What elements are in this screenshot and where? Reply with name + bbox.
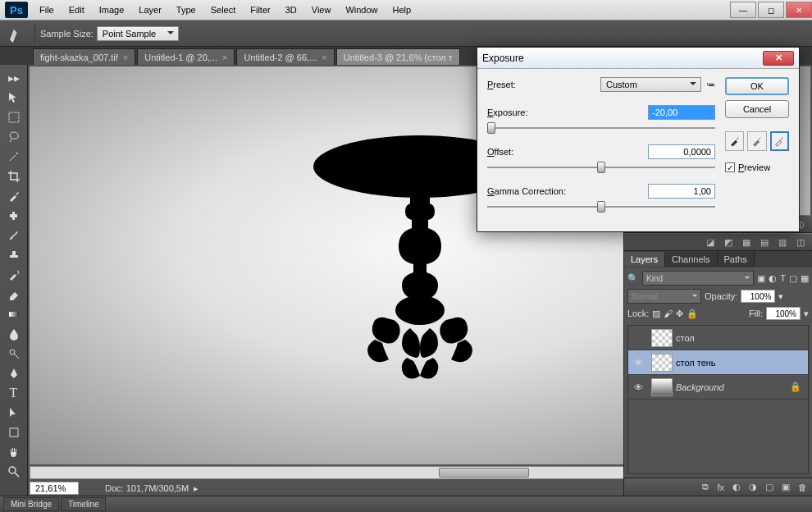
marquee-tool[interactable]: [4, 108, 24, 126]
filter-image-icon[interactable]: ▣: [757, 273, 765, 284]
lock-move-icon[interactable]: ✥: [676, 309, 683, 319]
preview-checkbox[interactable]: ✓ Preview: [725, 162, 789, 172]
menu-image[interactable]: Image: [93, 2, 131, 17]
dodge-tool[interactable]: [4, 345, 24, 363]
filter-smart-icon[interactable]: ▦: [801, 273, 809, 284]
adj-icon-c[interactable]: ▦: [740, 235, 753, 249]
visibility-toggle[interactable]: 👁: [628, 382, 648, 392]
sample-size-dropdown[interactable]: Point Sample: [97, 26, 179, 41]
search-icon[interactable]: 🔍: [627, 273, 639, 284]
ok-button[interactable]: OK: [725, 77, 789, 95]
filter-adj-icon[interactable]: ◐: [769, 273, 777, 284]
shape-tool[interactable]: [4, 423, 24, 441]
gamma-input[interactable]: [648, 184, 715, 199]
close-tab-icon[interactable]: ×: [222, 53, 227, 62]
layer-thumb[interactable]: [651, 378, 673, 396]
close-button[interactable]: ✕: [786, 2, 812, 18]
collapse-icon[interactable]: ▸▸: [4, 69, 24, 87]
brush-tool[interactable]: [4, 226, 24, 245]
kind-filter[interactable]: Kind: [642, 271, 754, 286]
lock-all-icon[interactable]: 🔒: [687, 309, 698, 319]
current-tool-icon[interactable]: [7, 24, 26, 43]
type-tool[interactable]: T: [4, 384, 24, 402]
menu-layer[interactable]: Layer: [132, 2, 168, 17]
menu-window[interactable]: Window: [339, 2, 384, 17]
hand-tool[interactable]: [4, 443, 24, 461]
trash-icon[interactable]: 🗑: [798, 482, 807, 492]
wand-tool[interactable]: [4, 148, 24, 166]
adjlayer-icon[interactable]: ◑: [749, 482, 757, 492]
dialog-close-button[interactable]: ✕: [763, 51, 794, 66]
heal-tool[interactable]: [4, 207, 24, 225]
black-eyedropper[interactable]: [725, 131, 744, 151]
layer-row[interactable]: стол: [628, 326, 808, 350]
layer-row[interactable]: 👁 Background 🔒: [628, 375, 808, 400]
menu-view[interactable]: View: [305, 2, 338, 17]
cancel-button[interactable]: Cancel: [725, 100, 789, 118]
doc-tab-0[interactable]: fight-skazka_007.tif×: [33, 48, 135, 65]
close-tab-icon[interactable]: ×: [322, 53, 326, 62]
close-tab-icon[interactable]: ×: [123, 53, 128, 62]
menu-file[interactable]: File: [33, 2, 61, 17]
mask-icon[interactable]: ◐: [732, 482, 741, 492]
offset-slider[interactable]: [487, 161, 715, 176]
doc-tab-1[interactable]: Untitled-1 @ 20,...×: [137, 48, 235, 65]
adj-icon-e[interactable]: ▥: [776, 235, 789, 249]
move-tool[interactable]: [4, 89, 24, 107]
menu-select[interactable]: Select: [204, 2, 243, 17]
panel-tab-channels[interactable]: Channels: [665, 252, 717, 267]
filter-type-icon[interactable]: T: [780, 273, 786, 283]
adj-icon-a[interactable]: ◪: [704, 235, 717, 249]
visibility-toggle[interactable]: 👁: [628, 358, 648, 368]
zoom-field[interactable]: 21,61%: [30, 482, 79, 495]
adj-icon-f[interactable]: ◫: [794, 235, 807, 249]
eraser-tool[interactable]: [4, 286, 24, 304]
menu-filter[interactable]: Filter: [244, 2, 276, 17]
preset-menu-icon[interactable]: ≔: [706, 80, 715, 90]
history-brush-tool[interactable]: [4, 266, 24, 284]
preset-dropdown[interactable]: Custom: [600, 77, 701, 92]
minimize-button[interactable]: —: [730, 2, 756, 18]
adj-icon-b[interactable]: ◩: [722, 235, 735, 249]
eyedropper-tool[interactable]: [4, 187, 24, 205]
fx-icon[interactable]: fx: [717, 482, 724, 492]
white-eyedropper[interactable]: [770, 131, 789, 151]
newlayer-icon[interactable]: ▣: [782, 482, 790, 492]
filter-shape-icon[interactable]: ▢: [789, 273, 797, 284]
doc-tab-3[interactable]: Untitled-3 @ 21,6% (стол т: [336, 48, 460, 65]
gray-eyedropper[interactable]: [747, 131, 766, 151]
offset-input[interactable]: [648, 144, 715, 159]
timeline-tab[interactable]: Timeline: [61, 497, 106, 511]
menu-3d[interactable]: 3D: [279, 2, 303, 17]
exposure-slider[interactable]: [487, 121, 715, 136]
lasso-tool[interactable]: [4, 128, 24, 146]
lock-trans-icon[interactable]: ▨: [652, 309, 660, 319]
adj-icon-d[interactable]: ▤: [758, 235, 771, 249]
layer-thumb[interactable]: [651, 329, 673, 347]
pen-tool[interactable]: [4, 364, 24, 382]
lock-paint-icon[interactable]: 🖌: [664, 309, 673, 318]
panel-tab-paths[interactable]: Paths: [718, 252, 755, 267]
mini-bridge-tab[interactable]: Mini Bridge: [3, 497, 59, 511]
gamma-slider[interactable]: [487, 200, 715, 215]
menu-type[interactable]: Type: [170, 2, 203, 17]
menu-help[interactable]: Help: [386, 2, 418, 17]
group-icon[interactable]: ▢: [765, 482, 773, 492]
exposure-input[interactable]: [648, 105, 715, 120]
doc-tab-2[interactable]: Untitled-2 @ 66,...×: [236, 48, 334, 65]
path-select-tool[interactable]: [4, 404, 24, 422]
panel-tab-layers[interactable]: Layers: [624, 252, 665, 267]
layer-row[interactable]: 👁 I стол тень: [628, 350, 808, 375]
gradient-tool[interactable]: [4, 305, 24, 323]
link-icon[interactable]: ⧉: [702, 482, 709, 492]
zoom-tool[interactable]: [4, 463, 24, 481]
maximize-button[interactable]: ◻: [758, 2, 784, 18]
blur-tool[interactable]: [4, 325, 24, 343]
blend-mode[interactable]: Normal: [627, 289, 701, 304]
opacity-value[interactable]: 100%: [741, 290, 775, 303]
menu-edit[interactable]: Edit: [62, 2, 91, 17]
crop-tool[interactable]: [4, 167, 24, 185]
stamp-tool[interactable]: [4, 246, 24, 264]
layer-thumb[interactable]: I: [651, 354, 673, 372]
fill-value[interactable]: 100%: [766, 307, 801, 320]
